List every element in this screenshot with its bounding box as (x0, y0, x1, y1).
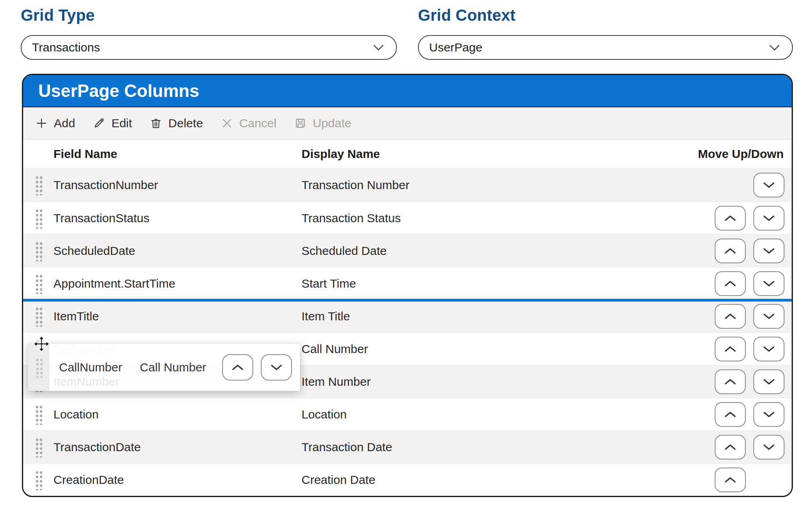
grid-type-select[interactable]: Transactions (21, 35, 397, 60)
move-down-button[interactable] (753, 304, 784, 329)
display-name-cell: Scheduled Date (302, 244, 684, 258)
grid-context-select[interactable]: UserPage (418, 35, 793, 60)
drag-handle[interactable] (35, 357, 43, 378)
move-down-button[interactable] (753, 369, 784, 394)
move-down-button[interactable] (753, 239, 784, 263)
move-up-button[interactable] (715, 271, 746, 296)
drag-handle[interactable] (34, 437, 42, 458)
move-up-button[interactable] (715, 304, 746, 329)
move-down-button[interactable] (753, 402, 784, 427)
display-name-cell: Start Time (302, 277, 684, 290)
move-down-button[interactable] (753, 173, 784, 197)
table-header-row: Field Name Display Name Move Up/Down (23, 140, 792, 169)
move-up-button[interactable] (715, 468, 746, 492)
table-row: CreationDate Creation Date (23, 463, 792, 496)
move-down-button[interactable] (261, 354, 292, 381)
field-name-cell: TransactionStatus (53, 211, 302, 225)
field-name-cell: ItemTitle (53, 310, 302, 323)
field-name-cell: ScheduledDate (53, 244, 302, 258)
field-name-cell: CreationDate (53, 473, 302, 487)
move-up-button[interactable] (715, 435, 746, 460)
table-row: ScheduledDate Scheduled Date (23, 234, 792, 267)
chevron-down-icon (373, 44, 384, 51)
move-down-button[interactable] (753, 435, 784, 460)
grid-type-selected-value: Transactions (32, 41, 373, 54)
display-name-cell: Transaction Date (302, 440, 684, 454)
move-up-button[interactable] (222, 354, 253, 381)
drop-indicator (23, 299, 792, 302)
move-up-button[interactable] (715, 239, 746, 263)
table-row: Appointment.StartTime Start Time (23, 267, 792, 300)
display-name-cell: Item Title (302, 310, 684, 323)
chevron-down-icon (769, 44, 780, 51)
drag-handle[interactable] (34, 470, 42, 490)
field-name-cell: Appointment.StartTime (53, 277, 302, 290)
drag-handle[interactable] (34, 241, 42, 261)
move-up-button[interactable] (715, 402, 746, 427)
edit-button[interactable]: Edit (93, 116, 132, 130)
add-button[interactable]: Add (35, 116, 75, 130)
field-name-cell: Location (53, 408, 302, 421)
column-header-move-up-down: Move Up/Down (684, 147, 792, 161)
drag-handle[interactable] (34, 208, 42, 229)
move-down-button[interactable] (753, 206, 784, 231)
userpage-columns-panel: UserPage Columns Add Edit Delete Cancel … (22, 74, 793, 497)
table-row: TransactionNumber Transaction Number (23, 169, 792, 201)
move-up-button[interactable] (715, 369, 746, 394)
move-cursor-icon (33, 335, 50, 356)
grid-context-label: Grid Context (418, 6, 516, 24)
drag-handle[interactable] (34, 273, 42, 294)
field-name-cell: TransactionDate (53, 440, 302, 454)
update-button[interactable]: Update (294, 116, 351, 130)
drag-ghost-field-name: CallNumber (59, 361, 122, 374)
display-name-cell: Transaction Status (302, 211, 684, 225)
table-row: TransactionStatus Transaction Status (23, 201, 792, 234)
move-down-button[interactable] (753, 271, 784, 296)
drag-ghost: CallNumber Call Number (28, 344, 300, 391)
display-name-cell: Item Number (302, 375, 684, 389)
pencil-icon (93, 117, 105, 130)
floppy-icon (294, 117, 307, 130)
drag-handle[interactable] (34, 175, 42, 195)
trash-icon (150, 117, 162, 130)
panel-title: UserPage Columns (23, 75, 792, 107)
display-name-cell: Call Number (302, 342, 684, 356)
move-up-button[interactable] (715, 206, 746, 231)
column-header-display-name: Display Name (302, 147, 684, 161)
move-down-button[interactable] (753, 337, 784, 361)
delete-button[interactable]: Delete (150, 116, 203, 130)
cancel-button[interactable]: Cancel (221, 116, 276, 130)
toolbar: Add Edit Delete Cancel Update (23, 107, 792, 140)
display-name-cell: Creation Date (302, 473, 684, 487)
display-name-cell: Location (302, 408, 684, 421)
grid-context-selected-value: UserPage (429, 41, 769, 54)
table-row: Location Location (23, 398, 792, 430)
table-row: ItemTitle Item Title (23, 300, 792, 332)
column-header-field-name: Field Name (53, 147, 302, 161)
plus-icon (35, 117, 48, 130)
display-name-cell: Transaction Number (302, 178, 684, 192)
table-row: TransactionDate Transaction Date (23, 430, 792, 463)
drag-ghost-display-name: Call Number (140, 361, 206, 374)
move-up-button[interactable] (715, 337, 746, 361)
drag-handle[interactable] (34, 306, 42, 327)
field-name-cell: TransactionNumber (53, 178, 302, 192)
x-icon (221, 117, 233, 130)
grid-type-label: Grid Type (21, 6, 95, 24)
drag-handle[interactable] (34, 404, 42, 425)
